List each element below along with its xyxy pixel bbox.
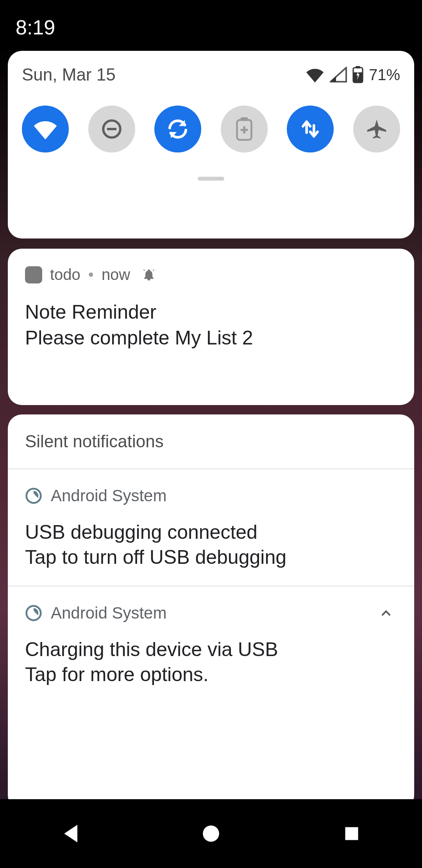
qs-tile-autorotate[interactable] [154,106,201,152]
qs-tile-battery-saver[interactable] [221,106,268,152]
wifi-icon [33,118,58,140]
chevron-up-icon[interactable] [379,606,393,620]
qs-tile-mobile-data[interactable] [287,106,334,152]
svg-point-7 [27,489,41,503]
airplane-icon [365,118,388,140]
back-button[interactable] [59,822,82,845]
svg-rect-22 [345,827,358,840]
silent-notifications-group: Silent notifications Android System USB … [8,414,414,809]
mobile-data-icon [299,118,321,140]
recents-button[interactable] [340,822,363,845]
back-triangle-icon [61,823,80,844]
notification-app-name: Android System [51,604,166,622]
bell-ringing-icon [143,269,155,281]
notification-body: Tap to turn off USB debugging [25,546,397,569]
svg-rect-1 [356,66,360,68]
navigation-bar [0,799,422,868]
qs-date: Sun, Mar 15 [22,65,116,84]
notification-time: now [102,266,130,283]
silent-notifications-header: Silent notifications [8,414,414,469]
qs-tile-airplane[interactable] [353,106,400,152]
notification-title: Note Reminder [25,301,397,323]
battery-saver-icon [236,117,253,141]
android-system-icon [25,604,42,622]
qs-tile-dnd[interactable] [88,106,135,152]
notification-title: Charging this device via USB [25,638,397,661]
dnd-icon [100,118,123,140]
notification-body: Tap for more options. [25,663,397,686]
notification-app-name: Android System [51,486,166,505]
svg-point-21 [203,825,219,842]
wifi-icon [306,67,324,82]
status-bar-clock: 8:19 [16,16,55,39]
notification-title: USB debugging connected [25,521,397,543]
notification-usb-debugging[interactable]: Android System USB debugging connected T… [8,469,414,586]
svg-rect-6 [241,117,248,121]
battery-percent: 71% [369,66,400,84]
notification-todo[interactable]: todo • now Note Reminder Please complete… [8,249,414,405]
svg-point-8 [27,606,41,621]
notification-charging-usb[interactable]: Android System Charging this device via … [8,586,414,703]
qs-status-icons: 71% [306,66,400,84]
recents-square-icon [343,825,360,842]
home-circle-icon [201,824,221,843]
quick-settings-panel[interactable]: Sun, Mar 15 71% [8,51,414,239]
app-icon [25,266,42,283]
notification-app-name: todo [50,266,80,283]
separator-dot: • [88,266,94,283]
android-system-icon [25,487,42,504]
battery-charging-icon [352,66,363,83]
home-button[interactable] [199,822,223,845]
autorotate-icon [166,117,190,141]
qs-expand-handle[interactable] [198,177,224,181]
qs-tile-wifi[interactable] [22,106,69,152]
notification-body: Please complete My List 2 [25,326,397,349]
cell-signal-icon [330,67,347,82]
